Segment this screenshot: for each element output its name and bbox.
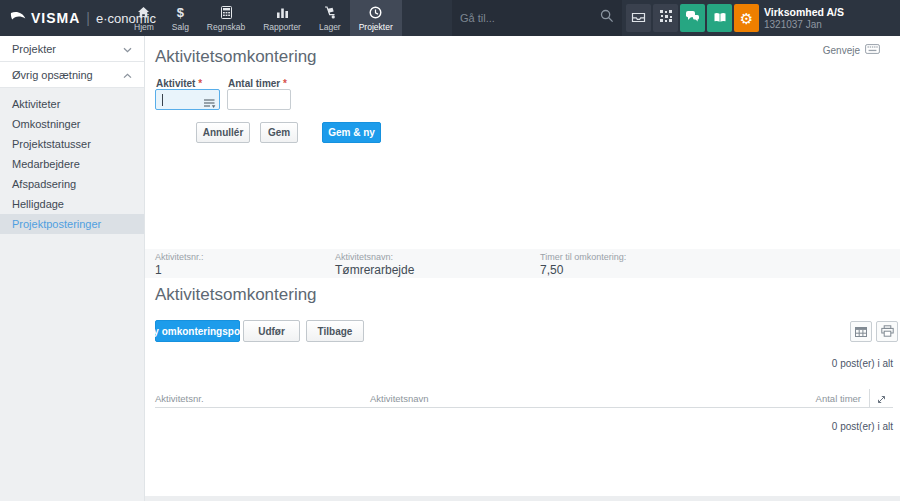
text-caret [162,94,163,106]
main-content: Genveje Aktivitetsomkontering Aktivitet … [145,36,900,501]
company-number: 1321037 Jan [764,19,844,32]
chevron-down-icon [123,43,132,55]
chat-button[interactable] [680,4,705,32]
app-window: VISMA | e·conomic Hjem $ Salg Regnskab [0,0,900,501]
inbox-icon [631,9,646,27]
topbar-icon-buttons: ⚙ [626,4,759,32]
sidebar-section-ovrig-opsaetning[interactable]: Øvrig opsætning [0,62,144,88]
column-aktivitetsnavn[interactable]: Aktivitetsnavn [370,393,429,404]
lookup-list-icon[interactable] [204,95,216,113]
main-navigation: Hjem $ Salg Regnskab Rapporter [125,0,402,36]
activity-summary-band: Aktivitetsnr.: 1 Aktivitetsnavn: Tømrera… [145,249,900,278]
nav-tab-rapporter[interactable]: Rapporter [254,0,310,36]
sidebar-item-list: Aktiviteter Omkostninger Projektstatusse… [0,88,144,234]
column-antal-timer[interactable]: Antal timer [816,393,861,404]
shortcuts-link[interactable]: Genveje [823,44,880,56]
dollar-icon: $ [177,6,184,20]
inbox-button[interactable] [626,4,651,32]
back-button[interactable]: Tilbage [306,320,364,342]
brand-company: VISMA [31,10,80,26]
sidebar-item-projektposteringer[interactable]: Projektposteringer [0,214,144,234]
clock-icon [369,6,382,20]
sidebar-item-helligdage[interactable]: Helligdage [0,194,144,214]
nav-tab-hjem[interactable]: Hjem [125,0,163,36]
record-count-bottom: 0 post(er) i alt [832,421,893,432]
aktivitet-input[interactable] [155,89,220,110]
page-title: Aktivitetsomkontering [155,47,317,67]
column-settings-button[interactable] [850,321,872,342]
list-section-title: Aktivitetsomkontering [155,285,317,305]
nav-tab-regnskab[interactable]: Regnskab [198,0,254,36]
antal-timer-input[interactable] [227,89,291,110]
antal-timer-label: Antal timer * [228,78,287,89]
apps-grid-button[interactable] [653,4,678,32]
top-navbar: VISMA | e·conomic Hjem $ Salg Regnskab [0,0,900,36]
chevron-up-icon [123,69,132,81]
calculator-icon [221,6,232,20]
sidebar-item-omkostninger[interactable]: Omkostninger [0,114,144,134]
column-aktivitetsnr[interactable]: Aktivitetsnr. [155,393,204,404]
search-icon[interactable] [600,9,614,27]
expand-table-button[interactable] [869,389,893,408]
summary-aktivitetsnr: Aktivitetsnr.: 1 [155,252,204,277]
sidebar: Projekter Øvrig opsætning Aktiviteter Om… [0,36,145,501]
settings-button[interactable]: ⚙ [734,4,759,32]
sidebar-item-medarbejdere[interactable]: Medarbejdere [0,154,144,174]
summary-timer-til-omkontering: Timer til omkontering: 7,50 [540,252,626,277]
table-header: Aktivitetsnr. Aktivitetsnavn Antal timer [155,391,893,408]
execute-button[interactable]: Udfør [243,320,300,342]
company-name: Virksomhed A/S [764,6,844,19]
expand-arrows-icon [877,390,886,408]
required-mark: * [283,78,287,89]
home-icon [137,6,150,20]
summary-aktivitetsnavn: Aktivitetsnavn: Tømrerarbejde [335,252,414,277]
sidebar-item-afspadsering[interactable]: Afspadsering [0,174,144,194]
bottom-scroll-track [145,496,900,501]
nav-tab-projekter[interactable]: Projekter [350,0,402,36]
keyboard-icon [865,44,880,56]
search-input[interactable] [460,12,600,24]
hand-truck-icon [323,6,336,20]
record-count-top: 0 post(er) i alt [832,358,893,369]
open-book-icon [713,9,727,27]
table-grid-icon [855,323,867,341]
gear-icon: ⚙ [740,11,753,26]
global-search [452,0,622,36]
required-mark: * [198,78,202,89]
company-selector[interactable]: Virksomhed A/S 1321037 Jan [764,6,844,32]
save-and-new-button[interactable]: Gem & ny [322,122,381,143]
cancel-button[interactable]: Annullér [196,122,250,143]
open-book-button[interactable] [707,4,732,32]
bar-chart-icon [276,6,289,20]
save-button[interactable]: Gem [260,122,298,143]
apps-grid-icon [659,9,673,27]
aktivitet-label: Aktivitet * [156,78,202,89]
visma-swoosh-icon [10,9,26,27]
brand-separator: | [86,10,90,26]
sidebar-section-projekter[interactable]: Projekter [0,36,144,62]
sidebar-item-aktiviteter[interactable]: Aktiviteter [0,94,144,114]
printer-icon [881,323,894,341]
sidebar-item-projektstatusser[interactable]: Projektstatusser [0,134,144,154]
nav-tab-salg[interactable]: $ Salg [163,0,198,36]
nav-tab-lager[interactable]: Lager [310,0,350,36]
print-button[interactable] [876,321,898,342]
new-reposting-button[interactable]: Ny omkonteringspost [155,320,240,342]
chat-icon [685,9,700,27]
shortcuts-label: Genveje [823,45,860,56]
